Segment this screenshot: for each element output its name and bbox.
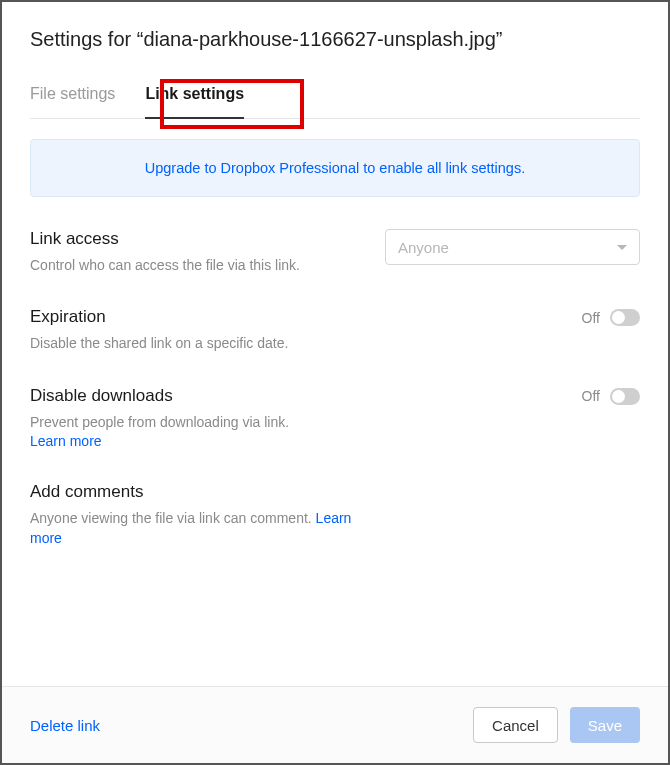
- disable-downloads-toggle-wrap: Off: [582, 386, 640, 405]
- expiration-toggle[interactable]: [610, 309, 640, 326]
- link-access-desc: Control who can access the file via this…: [30, 255, 300, 275]
- add-comments-desc-text: Anyone viewing the file via link can com…: [30, 510, 316, 526]
- add-comments-desc: Anyone viewing the file via link can com…: [30, 508, 360, 549]
- delete-link-button[interactable]: Delete link: [30, 717, 100, 734]
- section-link-access: Link access Control who can access the f…: [30, 229, 640, 275]
- section-disable-downloads-text: Disable downloads Prevent people from do…: [30, 386, 289, 450]
- tab-link-settings[interactable]: Link settings: [145, 75, 244, 119]
- section-add-comments-text: Add comments Anyone viewing the file via…: [30, 482, 360, 549]
- chevron-down-icon: [617, 245, 627, 250]
- expiration-desc: Disable the shared link on a specific da…: [30, 333, 288, 353]
- disable-downloads-state: Off: [582, 388, 600, 404]
- section-expiration-text: Expiration Disable the shared link on a …: [30, 307, 288, 353]
- link-access-select[interactable]: Anyone: [385, 229, 640, 265]
- disable-downloads-toggle[interactable]: [610, 388, 640, 405]
- link-access-title: Link access: [30, 229, 300, 249]
- disable-downloads-title: Disable downloads: [30, 386, 289, 406]
- modal-footer: Delete link Cancel Save: [2, 686, 668, 763]
- disable-downloads-desc: Prevent people from downloading via link…: [30, 412, 289, 432]
- save-button[interactable]: Save: [570, 707, 640, 743]
- tab-file-settings[interactable]: File settings: [30, 75, 115, 118]
- disable-downloads-learn-more[interactable]: Learn more: [30, 433, 102, 449]
- modal-body: Settings for “diana-parkhouse-1166627-un…: [2, 2, 668, 686]
- section-expiration: Expiration Disable the shared link on a …: [30, 307, 640, 353]
- toggle-knob-icon: [612, 311, 625, 324]
- expiration-title: Expiration: [30, 307, 288, 327]
- section-link-access-text: Link access Control who can access the f…: [30, 229, 300, 275]
- upgrade-banner-text: Upgrade to Dropbox Professional to enabl…: [145, 160, 525, 176]
- add-comments-title: Add comments: [30, 482, 360, 502]
- tab-bar: File settings Link settings: [30, 75, 640, 119]
- settings-modal: Settings for “diana-parkhouse-1166627-un…: [0, 0, 670, 765]
- cancel-button[interactable]: Cancel: [473, 707, 558, 743]
- expiration-toggle-wrap: Off: [582, 307, 640, 326]
- link-access-selected: Anyone: [398, 239, 449, 256]
- footer-buttons: Cancel Save: [473, 707, 640, 743]
- section-add-comments: Add comments Anyone viewing the file via…: [30, 482, 640, 549]
- expiration-state: Off: [582, 310, 600, 326]
- upgrade-banner[interactable]: Upgrade to Dropbox Professional to enabl…: [30, 139, 640, 197]
- section-disable-downloads: Disable downloads Prevent people from do…: [30, 386, 640, 450]
- toggle-knob-icon: [612, 390, 625, 403]
- modal-title: Settings for “diana-parkhouse-1166627-un…: [30, 28, 640, 51]
